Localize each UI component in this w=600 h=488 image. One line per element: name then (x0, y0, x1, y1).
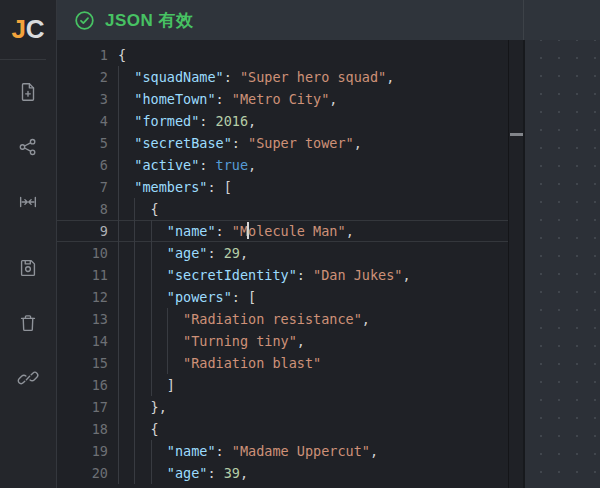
fold-horizontal-icon (17, 191, 39, 217)
indent-guide (134, 264, 135, 286)
overview-cursor-marker (510, 133, 523, 136)
indent-guide (134, 330, 135, 352)
code-line[interactable]: 8 { (57, 198, 508, 220)
line-content: "secretIdentity": "Dan Jukes", (108, 264, 508, 286)
line-content: { (108, 418, 508, 440)
indent-guide (151, 330, 152, 352)
code-line[interactable]: 7 "members": [ (57, 176, 508, 198)
code-line[interactable]: 20 "age": 39, (57, 462, 508, 484)
line-number: 16 (57, 374, 108, 396)
line-content: "homeTown": "Metro City", (108, 88, 508, 110)
line-number: 8 (57, 198, 108, 220)
line-number: 12 (57, 286, 108, 308)
indent-guide (118, 440, 119, 462)
line-number: 15 (57, 352, 108, 374)
code-line[interactable]: 17 }, (57, 396, 508, 418)
indent-guide (134, 308, 135, 330)
line-content: }, (108, 396, 508, 418)
code-line[interactable]: 6 "active": true, (57, 154, 508, 176)
indent-guide (118, 176, 119, 198)
code-line[interactable]: 9 "name": "Molecule Man", (57, 220, 508, 242)
indent-guide (118, 88, 119, 110)
indent-guide (134, 352, 135, 374)
sidebar-item-graph-share[interactable] (17, 138, 39, 160)
line-number: 11 (57, 264, 108, 286)
indent-guide (118, 462, 119, 484)
code-line[interactable]: 1{ (57, 44, 508, 66)
indent-guide (118, 352, 119, 374)
indent-guide (151, 462, 152, 484)
sidebar-item-fold-editor[interactable] (17, 193, 39, 215)
indent-guide (134, 242, 135, 264)
code-line[interactable]: 19 "name": "Madame Uppercut", (57, 440, 508, 462)
code-line[interactable]: 12 "powers": [ (57, 286, 508, 308)
file-plus-icon (17, 81, 39, 107)
indent-guide (134, 374, 135, 396)
trash-icon (17, 312, 39, 338)
indent-guide (118, 220, 119, 242)
line-number: 3 (57, 88, 108, 110)
indent-guide (118, 286, 119, 308)
indent-guide (167, 352, 168, 374)
sidebar-item-save[interactable] (17, 259, 39, 281)
save-icon (17, 257, 39, 283)
sidebar-item-delete[interactable] (17, 314, 39, 336)
line-number: 10 (57, 242, 108, 264)
app-logo[interactable]: JC (0, 0, 56, 59)
code-line[interactable]: 10 "age": 29, (57, 242, 508, 264)
indent-guide (118, 374, 119, 396)
indent-guide (118, 198, 119, 220)
indent-guide (167, 308, 168, 330)
line-number: 6 (57, 154, 108, 176)
indent-guide (151, 374, 152, 396)
indent-guide (118, 308, 119, 330)
code-line[interactable]: 15 "Radiation blast" (57, 352, 508, 374)
indent-guide (134, 220, 135, 242)
json-code-editor[interactable]: 1{2 "squadName": "Super hero squad",3 "h… (57, 40, 523, 488)
indent-guide (118, 396, 119, 418)
code-line[interactable]: 18 { (57, 418, 508, 440)
code-lines: 1{2 "squadName": "Super hero squad",3 "h… (57, 40, 523, 484)
sidebar-item-share-link[interactable] (17, 369, 39, 391)
code-line[interactable]: 16 ] (57, 374, 508, 396)
indent-guide (167, 330, 168, 352)
line-content: "Radiation blast" (108, 352, 508, 374)
line-number: 14 (57, 330, 108, 352)
indent-guide (118, 330, 119, 352)
sidebar-item-new-document[interactable] (17, 83, 39, 105)
line-content: "name": "Molecule Man", (108, 220, 508, 242)
line-number: 5 (57, 132, 108, 154)
line-number: 19 (57, 440, 108, 462)
code-line[interactable]: 4 "formed": 2016, (57, 110, 508, 132)
indent-guide (151, 352, 152, 374)
code-line[interactable]: 5 "secretBase": "Super tower", (57, 132, 508, 154)
code-line[interactable]: 2 "squadName": "Super hero squad", (57, 66, 508, 88)
line-number: 17 (57, 396, 108, 418)
indent-guide (134, 418, 135, 440)
line-number: 4 (57, 110, 108, 132)
indent-guide (151, 242, 152, 264)
sidebar-divider (0, 59, 46, 60)
sidebar-icon-list (17, 83, 39, 391)
indent-guide (134, 396, 135, 418)
line-content: "age": 29, (108, 242, 508, 264)
sidebar: JC (0, 0, 57, 488)
code-line[interactable]: 11 "secretIdentity": "Dan Jukes", (57, 264, 508, 286)
indent-guide (118, 242, 119, 264)
code-line[interactable]: 13 "Radiation resistance", (57, 308, 508, 330)
code-line[interactable]: 3 "homeTown": "Metro City", (57, 88, 508, 110)
indent-guide (118, 110, 119, 132)
check-circle-icon (74, 10, 95, 31)
logo-letter-j: J (11, 14, 25, 45)
code-line[interactable]: 14 "Turning tiny", (57, 330, 508, 352)
line-number: 2 (57, 66, 108, 88)
indent-guide (134, 286, 135, 308)
indent-guide (134, 198, 135, 220)
editor-scrollbar[interactable] (508, 40, 523, 488)
line-number: 13 (57, 308, 108, 330)
indent-guide (151, 220, 152, 242)
graph-canvas[interactable] (525, 40, 600, 488)
line-number: 9 (57, 220, 108, 242)
line-number: 18 (57, 418, 108, 440)
indent-guide (118, 66, 119, 88)
